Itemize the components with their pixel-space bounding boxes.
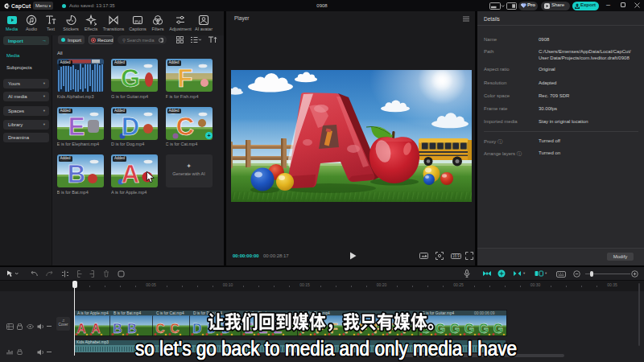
svg-text:so let's go back to media and: so let's go back to media and only media… bbox=[135, 336, 517, 360]
